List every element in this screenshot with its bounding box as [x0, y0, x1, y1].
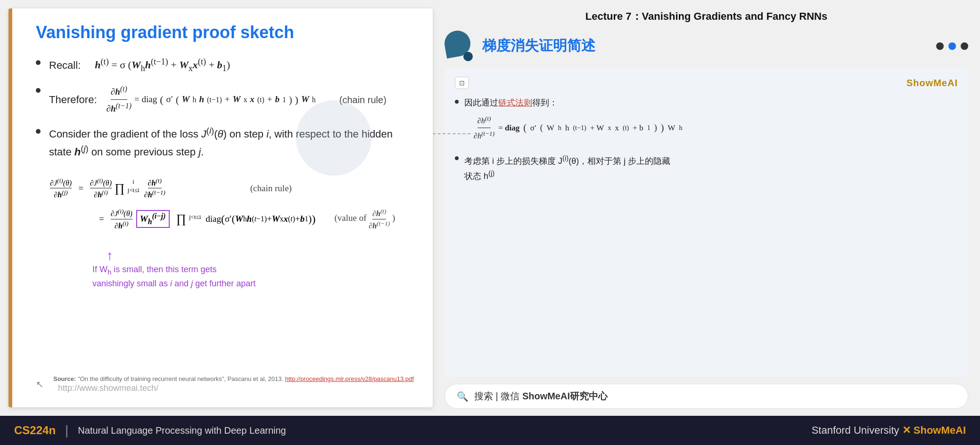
- bar-divider: |: [65, 423, 68, 438]
- recall-label: Recall:: [49, 57, 81, 73]
- showmeai-card: ⊡ ShowMeAI 因此通过链式法则得到： ∂h(t) ∂h(t−1) = d…: [445, 68, 968, 377]
- formula-line-2: = ∂J(i)(θ) ∂h(i) Wh(i−j) ∏ j<t≤i diag (: [50, 208, 414, 230]
- nav-dot-3[interactable]: [961, 42, 968, 50]
- therefore-formula: ∂h(t) ∂h(t−1) = diag ( σ′ ( Whh(t−1) + W…: [107, 83, 316, 116]
- right-panel: Lecture 7：Vanishing Gradients and Fancy …: [433, 0, 980, 416]
- bullet-dot-1: [36, 60, 41, 65]
- slide-panel: Vanishing gradient proof sketch Recall: …: [8, 8, 433, 407]
- big-formula-area: ∂J(i)(θ) ∂h(j) = ∂J(i)(θ) ∂h(i) ∏ i j<t≤…: [36, 172, 414, 243]
- zh-bullet-dot-1: [455, 100, 459, 104]
- source-link[interactable]: http://proceedings.mlr.press/v28/pascanu…: [285, 375, 414, 382]
- zh-bullet-dot-2: [455, 156, 459, 160]
- purple-annotation: ↑ If Wh is small, then this term gets va…: [92, 248, 414, 290]
- decorative-circle: [296, 100, 371, 176]
- therefore-label: Therefore:: [49, 92, 97, 107]
- course-code: CS224n: [14, 424, 56, 437]
- bottom-bar: CS224n | Natural Language Processing wit…: [0, 416, 980, 445]
- slide-title-section: 梯度消失证明简述: [445, 31, 968, 61]
- course-description: Natural Language Processing with Deep Le…: [78, 425, 286, 436]
- boxed-Wh: Wh(i−j): [136, 210, 170, 228]
- search-bar[interactable]: 🔍 搜索 | 微信 ShowMeAI研究中心: [445, 384, 968, 409]
- showmeai-name: ShowMeAI: [914, 424, 966, 436]
- nav-dots: [936, 42, 968, 50]
- search-icon: 🔍: [457, 391, 469, 402]
- source-line: ↖ Source: "On the difficulty of training…: [36, 375, 414, 393]
- chain-rule-label-2: (chain rule): [250, 183, 292, 194]
- showmeai-brand: ShowMeAI: [906, 78, 958, 89]
- zh-bullet-2: 考虑第 i 步上的损失梯度 J(i)(θ)，相对于第 j 步上的隐藏 状态 h(…: [455, 153, 958, 184]
- zh-bullet-text-1: 因此通过链式法则得到： ∂h(t) ∂h(t−1) = diag ( σ′ ( …: [464, 96, 683, 146]
- lecture-header: Lecture 7：Vanishing Gradients and Fancy …: [445, 7, 968, 31]
- purple-arrow-icon: ↑: [107, 248, 414, 263]
- slide-title-zh: 梯度消失证明简述: [482, 36, 595, 56]
- zh-math-formula: ∂h(t) ∂h(t−1) = diag ( σ′ ( Whh(t−1) + W…: [474, 113, 683, 142]
- recall-formula: h(t) = σ (Whh(t−1) + Wxx(t) + b1): [95, 56, 230, 75]
- formula-line-1: ∂J(i)(θ) ∂h(j) = ∂J(i)(θ) ∂h(i) ∏ i j<t≤…: [50, 177, 414, 200]
- source-text: Source: "On the difficulty of training r…: [53, 375, 414, 382]
- bullet-recall: Recall: h(t) = σ (Whh(t−1) + Wxx(t) + b1…: [36, 56, 414, 75]
- zh-bullet-1: 因此通过链式法则得到： ∂h(t) ∂h(t−1) = diag ( σ′ ( …: [455, 96, 958, 146]
- nav-dot-2[interactable]: [948, 42, 956, 50]
- university-name: Stanford University: [812, 424, 899, 436]
- x-symbol: ✕: [902, 424, 914, 436]
- slide-icon-dot: [463, 52, 473, 61]
- value-label: (value of ∂h(t) ∂h(t−1) ): [334, 208, 395, 230]
- ai-badge: ⊡: [455, 77, 469, 89]
- search-text: 搜索 | 微信 ShowMeAI研究中心: [474, 390, 608, 403]
- purple-text: If Wh is small, then this term gets vani…: [92, 263, 414, 290]
- website-url: http://www.showmeai.tech/: [58, 383, 414, 393]
- zh-bullet-text-2: 考虑第 i 步上的损失梯度 J(i)(θ)，相对于第 j 步上的隐藏 状态 h(…: [464, 153, 670, 184]
- chain-rule-link[interactable]: 链式法则: [498, 98, 532, 107]
- bullet-dot-3: [36, 129, 41, 134]
- card-header: ⊡ ShowMeAI: [455, 77, 958, 89]
- dashed-connector: [433, 133, 470, 134]
- bullet-dot-2: [36, 88, 41, 93]
- slide-title: Vanishing gradient proof sketch: [36, 23, 414, 42]
- bottom-right: Stanford University ✕ ShowMeAI: [812, 424, 966, 437]
- nav-dot-1[interactable]: [936, 42, 944, 50]
- cursor-icon: ↖: [36, 379, 44, 390]
